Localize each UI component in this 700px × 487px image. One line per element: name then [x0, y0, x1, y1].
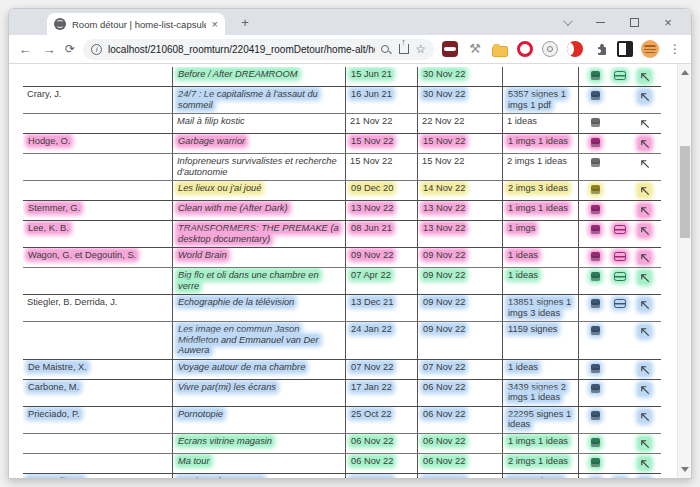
scroll-up-icon[interactable] — [681, 70, 689, 75]
profile-avatar[interactable] — [641, 40, 659, 58]
note-square-icon[interactable] — [590, 204, 601, 215]
title-cell[interactable]: Echographie de la télévision — [173, 295, 346, 321]
title-cell[interactable]: Big flo et oli dans une chambre en verre — [173, 268, 346, 294]
minimize-button[interactable] — [583, 9, 617, 35]
title-cell[interactable]: Mail à filip kostic — [173, 114, 346, 133]
capsule-icon[interactable] — [613, 298, 627, 309]
capsule-icon[interactable] — [613, 477, 627, 479]
scroll-down-icon[interactable] — [681, 467, 689, 472]
browser-tab[interactable]: Room détour | home-list-capsule × — [47, 13, 225, 35]
entry-stats: 1 imgs 1 ideas — [507, 136, 569, 146]
side-panel-icon[interactable] — [617, 41, 633, 57]
icons-cell — [579, 181, 661, 200]
open-arrow-icon[interactable] — [638, 363, 651, 376]
note-square-icon[interactable] — [590, 477, 601, 479]
open-arrow-icon[interactable] — [638, 184, 651, 197]
note-square-icon[interactable] — [590, 224, 601, 235]
reload-button[interactable]: ⟳ — [65, 42, 75, 56]
created-date: 17 Jan 22 — [350, 382, 393, 392]
note-square-icon[interactable] — [590, 457, 601, 468]
capsule-icon[interactable] — [613, 70, 627, 81]
title-cell[interactable]: Voyage autour de ma chambre — [173, 360, 346, 379]
title-cell[interactable]: Infopreneurs survivalistes et recherche … — [173, 154, 346, 180]
title-cell[interactable]: Les lieux ou j'ai joué — [173, 181, 346, 200]
open-arrow-icon[interactable] — [638, 157, 651, 170]
title-cell[interactable]: Garbage warrior — [173, 134, 346, 153]
bookmark-star-icon[interactable]: ☆ — [415, 43, 426, 55]
zoom-icon[interactable] — [381, 45, 389, 53]
title-cell[interactable]: Ecrans vitrine magasin — [173, 434, 346, 453]
open-arrow-icon[interactable] — [638, 298, 651, 311]
note-square-icon[interactable] — [590, 383, 601, 394]
open-arrow-icon[interactable] — [638, 325, 651, 338]
page-info-icon[interactable]: i — [91, 44, 102, 55]
title-cell[interactable]: Le site et le paysage — [173, 474, 346, 479]
open-arrow-icon[interactable] — [638, 70, 651, 83]
forward-button[interactable]: → — [41, 42, 57, 57]
title-cell[interactable]: World Brain — [173, 248, 346, 267]
stats-cell: 2 imgs 1 ideas — [503, 454, 579, 473]
puzzle-extension-icon[interactable] — [592, 41, 608, 57]
title-cell[interactable]: TRANSFORMERS: THE PREMAKE (a desktop doc… — [173, 221, 346, 247]
maximize-button[interactable] — [617, 9, 651, 35]
table-row: Stemmer, G.Clean with me (After Dark)13 … — [23, 200, 661, 220]
tab-close-icon[interactable]: × — [212, 19, 218, 30]
icons-cell — [579, 380, 661, 406]
note-square-icon[interactable] — [590, 117, 601, 128]
note-square-icon[interactable] — [590, 437, 601, 448]
trident-extension-icon[interactable]: ⚒ — [467, 41, 483, 57]
capsule-icon[interactable] — [613, 271, 627, 282]
open-arrow-icon[interactable] — [638, 137, 651, 150]
url-text[interactable]: localhost/210608_roomturn/220419_roomDet… — [108, 44, 375, 55]
title-cell[interactable]: 24/7 : Le capitalisme à l'assaut du somm… — [173, 87, 346, 113]
open-arrow-icon[interactable] — [638, 477, 651, 479]
title-cell[interactable]: Clean with me (After Dark) — [173, 201, 346, 220]
title-cell[interactable]: Ma tour — [173, 454, 346, 473]
glasses-extension-icon[interactable] — [442, 41, 458, 57]
folder-extension-icon[interactable] — [492, 46, 508, 57]
open-arrow-icon[interactable] — [638, 437, 651, 450]
open-arrow-icon[interactable] — [638, 383, 651, 396]
share-icon[interactable] — [399, 44, 409, 54]
note-square-icon[interactable] — [590, 271, 601, 282]
back-button[interactable]: ← — [17, 42, 33, 57]
title-cell[interactable]: Vivre par(mi) les écrans — [173, 380, 346, 406]
table-row: Prieciado, P.Pornotopie25 Oct 2206 Nov 2… — [23, 406, 661, 433]
close-window-button[interactable]: × — [651, 9, 685, 35]
open-arrow-icon[interactable] — [638, 410, 651, 423]
tab-search-chevron-icon[interactable] — [549, 9, 583, 35]
note-square-icon[interactable] — [590, 137, 601, 148]
icons-cell — [579, 67, 661, 86]
note-square-icon[interactable] — [590, 70, 601, 81]
browser-menu-icon[interactable]: ⋮ — [667, 42, 683, 56]
open-arrow-icon[interactable] — [638, 90, 651, 103]
capsule-icon[interactable] — [613, 224, 627, 235]
note-square-icon[interactable] — [590, 325, 601, 336]
note-square-icon[interactable] — [590, 251, 601, 262]
dark-mode-extension-icon[interactable] — [567, 41, 583, 57]
note-square-icon[interactable] — [590, 363, 601, 374]
note-square-icon[interactable] — [590, 184, 601, 195]
ring-extension-icon[interactable] — [517, 41, 533, 57]
title-cell[interactable]: Before / After DREAMROOM — [173, 67, 346, 86]
vertical-scrollbar[interactable] — [677, 64, 691, 478]
open-arrow-icon[interactable] — [638, 224, 651, 237]
note-square-icon[interactable] — [590, 157, 601, 168]
capsule-icon[interactable] — [613, 251, 627, 262]
author-name: Stiegler, B. Derrida, J. — [27, 297, 117, 307]
open-arrow-icon[interactable] — [638, 251, 651, 264]
open-arrow-icon[interactable] — [638, 117, 651, 130]
note-square-icon[interactable] — [590, 298, 601, 309]
open-arrow-icon[interactable] — [638, 204, 651, 217]
open-arrow-icon[interactable] — [638, 457, 651, 470]
note-square-icon[interactable] — [590, 90, 601, 101]
open-arrow-icon[interactable] — [638, 271, 651, 284]
title-cell[interactable]: Les image en commun Jason Middleton and … — [173, 322, 346, 359]
scrollbar-thumb[interactable] — [680, 146, 690, 238]
note-square-icon[interactable] — [590, 410, 601, 421]
new-tab-button[interactable]: + — [235, 13, 255, 33]
title-cell[interactable]: Pornotopie — [173, 407, 346, 433]
created-date: 09 Nov 22 — [350, 250, 394, 260]
address-bar[interactable]: i localhost/210608_roomturn/220419_roomD… — [83, 39, 434, 60]
camera-extension-icon[interactable] — [542, 41, 558, 57]
